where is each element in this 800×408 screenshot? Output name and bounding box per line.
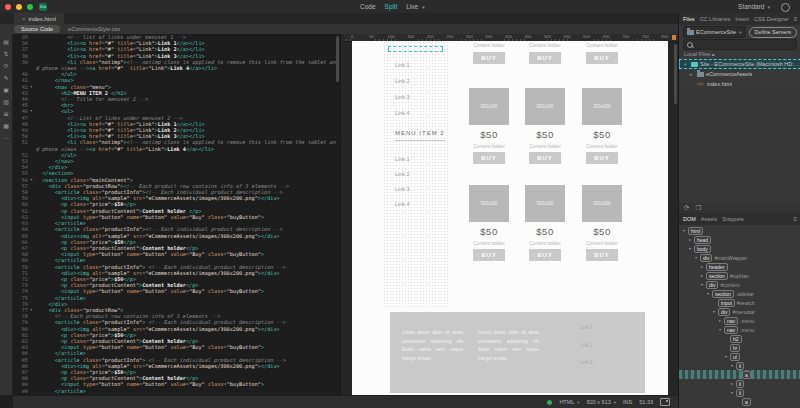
- dom-row[interactable]: a: [679, 397, 800, 406]
- tab-dom[interactable]: DOM: [683, 216, 696, 222]
- more-tools-icon[interactable]: ⋯: [3, 132, 9, 144]
- buy-button[interactable]: BUY: [529, 152, 561, 164]
- preview-nav-link[interactable]: Link 1: [395, 156, 410, 162]
- dom-tag[interactable]: div: [718, 308, 730, 316]
- code-line[interactable]: 90 </article>: [13, 388, 340, 394]
- buy-button[interactable]: BUY: [529, 249, 561, 261]
- dom-row[interactable]: ▾div#mainWrapper: [679, 253, 800, 262]
- related-file-source-code[interactable]: Source Code: [14, 25, 60, 33]
- dom-tag[interactable]: div: [700, 254, 712, 262]
- buy-button[interactable]: BUY: [586, 152, 618, 164]
- profile-icon[interactable]: [781, 3, 790, 12]
- related-file-stylesheet[interactable]: eCommerceStyle.css: [68, 26, 120, 32]
- edit-icon[interactable]: ✎: [3, 72, 8, 84]
- local-files-header[interactable]: Local Files ▴: [679, 50, 800, 59]
- panel-menu-icon[interactable]: ≡: [793, 216, 797, 222]
- buy-button[interactable]: BUY: [473, 249, 505, 261]
- view-mode-switcher[interactable]: CodeSplitLive▾: [360, 0, 425, 13]
- preview-page[interactable]: MENU ITEM 2 Link 1Link 2Link 3Link 4Link…: [352, 41, 668, 395]
- code-text[interactable]: <li class="notimp"><!-- notimp class is …: [36, 139, 340, 151]
- dom-row[interactable]: ▾ul: [679, 352, 800, 361]
- dom-tag[interactable]: div: [706, 281, 718, 289]
- buy-button[interactable]: BUY: [586, 249, 618, 261]
- device-preview-icon[interactable]: [660, 398, 670, 406]
- buy-button[interactable]: BUY: [473, 152, 505, 164]
- view-mode-split[interactable]: Split: [385, 3, 398, 10]
- footer-link[interactable]: Link 3: [580, 360, 592, 365]
- dom-tag[interactable]: head: [694, 236, 711, 244]
- collapsed-arrow-icon[interactable]: ▸: [690, 72, 695, 77]
- code-line[interactable]: 39 <li class="notimp"><!-- notimp class …: [13, 59, 340, 71]
- apply-comment-icon[interactable]: ▥: [3, 96, 9, 108]
- preview-nav-link[interactable]: Link 3: [395, 186, 410, 192]
- dom-tag[interactable]: section: [712, 290, 734, 298]
- dom-tag[interactable]: body: [694, 245, 711, 253]
- buy-button[interactable]: BUY: [586, 52, 618, 64]
- code-scrollbar[interactable]: [336, 36, 339, 82]
- code-text[interactable]: </article>: [36, 388, 340, 394]
- dom-row[interactable]: ▾section.sidebar: [679, 289, 800, 298]
- tab-files[interactable]: Files: [683, 16, 695, 22]
- dom-row[interactable]: ▾li: [679, 388, 800, 397]
- chevron-down-icon[interactable]: ▾: [577, 400, 579, 405]
- dom-tag[interactable]: li: [736, 389, 744, 397]
- tab-snippets[interactable]: Snippets: [722, 216, 743, 222]
- dom-tag[interactable]: header: [706, 263, 728, 271]
- code-text[interactable]: <li class="notimp"><!-- notimp class is …: [36, 59, 340, 71]
- expanded-arrow-icon[interactable]: ▾: [684, 62, 689, 67]
- close-tab-icon[interactable]: ×: [22, 16, 26, 22]
- preview-nav-link[interactable]: Link 2: [395, 78, 410, 84]
- chevron-down-icon[interactable]: ▾: [614, 400, 616, 405]
- dom-row[interactable]: ▸head: [679, 235, 800, 244]
- dom-tag[interactable]: section: [706, 272, 728, 280]
- dom-tag[interactable]: ul: [730, 353, 740, 361]
- view-mode-code[interactable]: Code: [360, 3, 376, 10]
- dom-row[interactable]: ▸li: [679, 379, 800, 388]
- dom-row[interactable]: ▸nav.menu: [679, 316, 800, 325]
- dom-tag[interactable]: hr: [730, 344, 740, 352]
- tab-assets[interactable]: Assets: [701, 216, 718, 222]
- file-tree-item[interactable]: </>index.html: [679, 79, 800, 89]
- panel-menu-icon[interactable]: ≡: [794, 16, 798, 22]
- file-management-icon[interactable]: ⇅: [3, 48, 8, 60]
- format-source-icon[interactable]: ▣: [3, 84, 9, 96]
- ruler-marker[interactable]: [672, 35, 676, 40]
- dom-row[interactable]: hr: [679, 343, 800, 352]
- dom-tag[interactable]: nav: [724, 326, 738, 334]
- file-search-input[interactable]: [683, 39, 797, 50]
- site-select[interactable]: ECommerceSite ▾: [683, 26, 746, 38]
- buy-button[interactable]: BUY: [473, 52, 505, 64]
- workspace-switcher[interactable]: Standard ▾: [738, 0, 770, 13]
- dom-row[interactable]: ▸section#topNav: [679, 271, 800, 280]
- dom-row[interactable]: ▾html: [679, 226, 800, 235]
- dom-tag[interactable]: li: [736, 380, 744, 388]
- dom-row[interactable]: ▾nav.menu: [679, 325, 800, 334]
- dom-row[interactable]: ▾div#content: [679, 280, 800, 289]
- chevron-down-icon[interactable]: ▾: [422, 4, 425, 10]
- dom-tag[interactable]: html: [688, 227, 703, 235]
- dom-row[interactable]: a: [679, 370, 800, 379]
- preview-nav-link[interactable]: Link 2: [395, 171, 410, 177]
- preview-nav-link[interactable]: Link 1: [395, 62, 410, 68]
- preview-nav-link[interactable]: Link 4: [395, 201, 410, 207]
- dom-tag[interactable]: li: [736, 362, 744, 370]
- footer-link[interactable]: Link 2: [580, 343, 592, 348]
- close-window-button[interactable]: [5, 4, 11, 10]
- minimize-window-button[interactable]: [16, 4, 22, 10]
- file-tree-item[interactable]: ▸eCommerceAssets: [679, 69, 800, 79]
- dom-tag[interactable]: input: [718, 299, 735, 307]
- code-editor[interactable]: 35 <!-- list of links under menuset 1 --…: [13, 34, 340, 395]
- view-mode-live[interactable]: Live: [406, 3, 418, 10]
- dom-row[interactable]: input#search: [679, 298, 800, 307]
- dom-tag[interactable]: h2: [730, 335, 742, 343]
- code-line[interactable]: 51 <li class="notimp"><!-- notimp class …: [13, 139, 340, 151]
- preview-nav-link[interactable]: Link 4: [395, 110, 410, 116]
- dom-row[interactable]: ▾li: [679, 361, 800, 370]
- preview-nav-link[interactable]: Link 3: [395, 94, 410, 100]
- dom-tag[interactable]: a: [742, 398, 751, 406]
- footer-link[interactable]: Link 1: [580, 325, 592, 330]
- buy-button[interactable]: BUY: [529, 52, 561, 64]
- zoom-window-button[interactable]: [27, 4, 33, 10]
- open-documents-icon[interactable]: ▤: [3, 36, 9, 48]
- define-servers-button[interactable]: Define Servers: [749, 27, 797, 38]
